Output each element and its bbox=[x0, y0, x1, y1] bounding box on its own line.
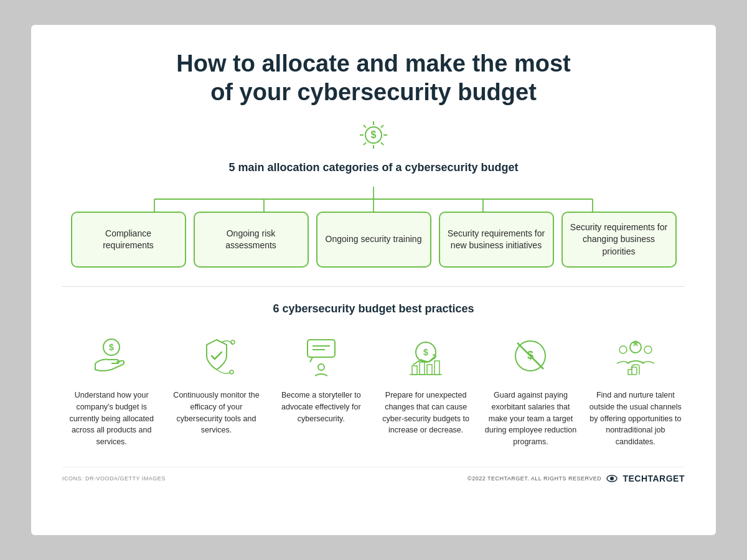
svg-line-35 bbox=[517, 343, 543, 369]
practice-text-1: Understand how your company's budget is … bbox=[62, 390, 161, 448]
techtarget-brand: TechTarget bbox=[622, 474, 685, 483]
footer-copyright: ©2022 TECHTARGET. ALL RIGHTS RESERVED Te… bbox=[467, 474, 685, 483]
practice-item-4: $ Prepare for unexpected changes that ca… bbox=[377, 331, 475, 448]
footer: ICONS: DR-VOODA/GETTY IMAGES ©2022 TECHT… bbox=[62, 467, 685, 483]
techtarget-eye-icon bbox=[606, 475, 618, 482]
practice-item-3: Become a storyteller to advocate effecti… bbox=[272, 331, 370, 448]
svg-line-8 bbox=[381, 125, 383, 128]
svg-rect-29 bbox=[420, 362, 425, 375]
section1-title: 5 main allocation categories of a cybers… bbox=[62, 161, 685, 174]
category-compliance: Compliance requirements bbox=[71, 212, 186, 268]
category-training: Ongoing security training bbox=[316, 212, 431, 268]
svg-marker-39 bbox=[632, 340, 639, 347]
categories-container: Compliance requirements Ongoing risk ass… bbox=[62, 212, 685, 268]
title-line1: How to allocate and make the most bbox=[176, 50, 570, 77]
title-line2: of your cybersecurity budget bbox=[210, 79, 537, 105]
practice-text-6: Find and nurture talent outside the usua… bbox=[586, 390, 685, 448]
svg-point-42 bbox=[610, 477, 614, 480]
practice-text-4: Prepare for unexpected changes that can … bbox=[377, 390, 475, 436]
category-risk: Ongoing risk assessments bbox=[194, 212, 309, 268]
money-hand-icon: $ bbox=[87, 331, 136, 381]
svg-point-37 bbox=[619, 346, 627, 353]
no-salary-icon: $ bbox=[505, 331, 555, 381]
tree-connector bbox=[100, 187, 647, 212]
svg-text:$: $ bbox=[423, 347, 428, 357]
svg-point-25 bbox=[318, 364, 324, 370]
practices-container: $ Understand how your company's budget i… bbox=[62, 331, 685, 448]
practice-text-5: Guard against paying exorbitant salaries… bbox=[481, 390, 580, 448]
svg-rect-22 bbox=[308, 340, 335, 357]
page-title: How to allocate and make the most of you… bbox=[62, 50, 685, 106]
section2-title: 6 cybersecurity budget best practices bbox=[62, 302, 685, 315]
practice-text-2: Continuously monitor the efficacy of you… bbox=[167, 390, 265, 436]
shield-monitor-icon bbox=[192, 331, 242, 381]
practice-text-3: Become a storyteller to advocate effecti… bbox=[272, 390, 370, 424]
main-card: How to allocate and make the most of you… bbox=[31, 25, 716, 535]
footer-copyright-text: ©2022 TECHTARGET. ALL RIGHTS RESERVED bbox=[467, 475, 601, 482]
svg-text:$: $ bbox=[371, 129, 377, 140]
practice-item-2: Continuously monitor the efficacy of you… bbox=[167, 331, 265, 448]
category-new-business: Security requirements for new business i… bbox=[439, 212, 554, 268]
practice-item-5: $ Guard against paying exorbitant salari… bbox=[481, 331, 580, 448]
practice-item-1: $ Understand how your company's budget i… bbox=[62, 331, 161, 448]
svg-line-9 bbox=[364, 142, 366, 145]
svg-rect-28 bbox=[412, 366, 417, 375]
svg-point-20 bbox=[231, 340, 235, 344]
dollar-icon: $ bbox=[62, 119, 685, 154]
svg-rect-30 bbox=[427, 365, 432, 375]
section-divider bbox=[62, 286, 685, 287]
svg-line-7 bbox=[381, 142, 383, 145]
svg-rect-31 bbox=[435, 361, 439, 375]
svg-point-38 bbox=[644, 346, 652, 353]
category-changing-business: Security requirements for changing busin… bbox=[561, 212, 677, 268]
svg-rect-40 bbox=[632, 367, 637, 375]
chart-dollar-icon: $ bbox=[401, 331, 451, 381]
svg-text:$: $ bbox=[109, 342, 114, 352]
storyteller-icon bbox=[296, 331, 346, 381]
talent-icon bbox=[611, 331, 660, 381]
footer-credits: ICONS: DR-VOODA/GETTY IMAGES bbox=[62, 475, 166, 482]
svg-line-6 bbox=[364, 125, 366, 128]
practice-item-6: Find and nurture talent outside the usua… bbox=[586, 331, 685, 448]
